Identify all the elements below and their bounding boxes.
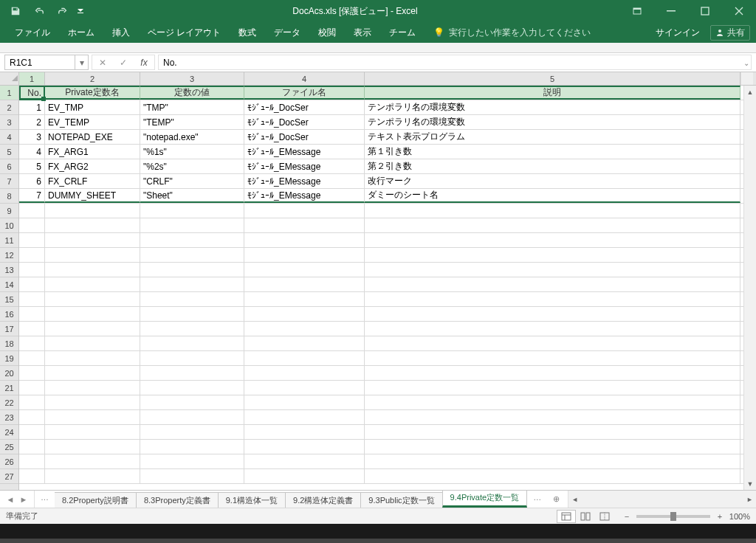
cell-no[interactable]: 5 xyxy=(19,159,45,173)
empty-cell[interactable] xyxy=(140,233,244,247)
cell-no[interactable]: 2 xyxy=(19,115,45,129)
save-button[interactable] xyxy=(4,2,27,20)
empty-cell[interactable] xyxy=(140,395,244,409)
row-header-14[interactable]: 14 xyxy=(0,277,18,292)
sheet-tab[interactable]: 9.4Private定数一覧 xyxy=(442,491,528,508)
cell-name[interactable]: EV_TEMP xyxy=(45,115,140,129)
empty-cell[interactable] xyxy=(45,204,140,218)
empty-cell[interactable] xyxy=(244,454,365,468)
empty-cell[interactable] xyxy=(244,395,365,409)
sheet-tabs-more-left[interactable]: … xyxy=(35,491,55,508)
cell-desc[interactable]: 第１引き数 xyxy=(365,145,740,159)
empty-cell[interactable] xyxy=(365,454,740,468)
cell-desc[interactable]: テンポラリ名の環境変数 xyxy=(365,115,740,129)
row-header-11[interactable]: 11 xyxy=(0,233,18,248)
tab-team[interactable]: チーム xyxy=(380,22,425,43)
row-header-25[interactable]: 25 xyxy=(0,440,18,454)
cell-file[interactable]: ﾓｼﾞｭｰﾙ_EMessage xyxy=(244,145,365,159)
empty-cell[interactable] xyxy=(45,395,140,409)
sheet-tab[interactable]: 9.2構造体定義書 xyxy=(285,492,361,508)
row-header-21[interactable]: 21 xyxy=(0,381,18,395)
sheet-nav-next[interactable]: ► xyxy=(18,495,30,504)
select-all-button[interactable] xyxy=(0,72,19,85)
row-header-19[interactable]: 19 xyxy=(0,351,18,366)
empty-cell[interactable] xyxy=(140,204,244,218)
empty-cell[interactable] xyxy=(365,263,740,277)
insert-function-button[interactable]: fx xyxy=(134,55,154,69)
empty-cell[interactable] xyxy=(244,366,365,380)
sheet-tab[interactable]: 8.3Property定義書 xyxy=(136,492,219,508)
empty-cell[interactable] xyxy=(365,440,740,454)
empty-cell[interactable] xyxy=(140,381,244,395)
header-cell-desc[interactable]: 説明 xyxy=(365,86,740,100)
empty-cell[interactable] xyxy=(244,410,365,424)
empty-cell[interactable] xyxy=(140,292,244,306)
empty-cell[interactable] xyxy=(19,469,45,483)
cell-file[interactable]: ﾓｼﾞｭｰﾙ_DocSer xyxy=(244,130,365,144)
empty-cell[interactable] xyxy=(365,381,740,395)
cell-value[interactable]: "TMP" xyxy=(140,100,244,114)
cell-no[interactable]: 4 xyxy=(19,145,45,159)
empty-cell[interactable] xyxy=(244,425,365,439)
zoom-out-button[interactable]: − xyxy=(622,512,632,521)
empty-cell[interactable] xyxy=(140,454,244,468)
empty-cell[interactable] xyxy=(365,204,740,218)
empty-cell[interactable] xyxy=(244,263,365,277)
empty-cell[interactable] xyxy=(244,292,365,306)
empty-cell[interactable] xyxy=(19,410,45,424)
minimize-button[interactable] xyxy=(654,0,688,22)
empty-cell[interactable] xyxy=(19,218,45,232)
row-header-4[interactable]: 4 xyxy=(0,130,18,145)
row-header-3[interactable]: 3 xyxy=(0,115,18,130)
cell-name[interactable]: FX_ARG2 xyxy=(45,159,140,173)
row-header-27[interactable]: 27 xyxy=(0,469,18,484)
empty-cell[interactable] xyxy=(365,277,740,291)
sheet-tabs-more-right[interactable]: … xyxy=(527,491,547,508)
scroll-right-button[interactable]: ► xyxy=(743,491,756,508)
empty-cell[interactable] xyxy=(45,277,140,291)
qat-customize-button[interactable] xyxy=(75,8,86,14)
empty-cell[interactable] xyxy=(140,440,244,454)
empty-cell[interactable] xyxy=(365,410,740,424)
vertical-scrollbar[interactable]: ▲ ▼ xyxy=(743,86,756,490)
empty-cell[interactable] xyxy=(140,469,244,483)
cell-value[interactable]: "CRLF" xyxy=(140,174,244,188)
empty-cell[interactable] xyxy=(19,425,45,439)
cell-value[interactable]: "TEMP" xyxy=(140,115,244,129)
scroll-left-button[interactable]: ◄ xyxy=(568,491,581,508)
cancel-formula-button[interactable]: ✕ xyxy=(92,55,113,69)
scroll-down-button[interactable]: ▼ xyxy=(744,477,756,490)
row-header-15[interactable]: 15 xyxy=(0,292,18,307)
header-cell-name[interactable]: Private定数名 xyxy=(45,86,140,100)
row-header-9[interactable]: 9 xyxy=(0,204,18,218)
empty-cell[interactable] xyxy=(45,440,140,454)
empty-cell[interactable] xyxy=(19,248,45,262)
empty-cell[interactable] xyxy=(365,248,740,262)
row-header-1[interactable]: 1 xyxy=(0,86,18,100)
formula-input[interactable]: No. ⌄ xyxy=(158,55,752,70)
empty-cell[interactable] xyxy=(244,218,365,232)
row-header-12[interactable]: 12 xyxy=(0,248,18,263)
cell-desc[interactable]: ダミーのシート名 xyxy=(365,189,740,203)
cell-value[interactable]: "%1s" xyxy=(140,145,244,159)
cell-no[interactable]: 3 xyxy=(19,130,45,144)
cell-file[interactable]: ﾓｼﾞｭｰﾙ_EMessage xyxy=(244,174,365,188)
empty-cell[interactable] xyxy=(244,233,365,247)
redo-button[interactable] xyxy=(52,2,74,20)
new-sheet-button[interactable]: ⊕ xyxy=(547,491,565,508)
empty-cell[interactable] xyxy=(140,366,244,380)
empty-cell[interactable] xyxy=(19,440,45,454)
tab-formulas[interactable]: 数式 xyxy=(230,22,265,43)
tab-review[interactable]: 校閲 xyxy=(309,22,345,43)
cell-no[interactable]: 7 xyxy=(19,189,45,203)
empty-cell[interactable] xyxy=(244,248,365,262)
empty-cell[interactable] xyxy=(19,454,45,468)
cell-name[interactable]: NOTEPAD_EXE xyxy=(45,130,140,144)
empty-cell[interactable] xyxy=(140,263,244,277)
empty-cell[interactable] xyxy=(19,307,45,321)
row-header-7[interactable]: 7 xyxy=(0,174,18,189)
tab-file[interactable]: ファイル xyxy=(6,22,59,43)
row-header-8[interactable]: 8 xyxy=(0,189,18,204)
empty-cell[interactable] xyxy=(244,204,365,218)
row-header-13[interactable]: 13 xyxy=(0,263,18,277)
